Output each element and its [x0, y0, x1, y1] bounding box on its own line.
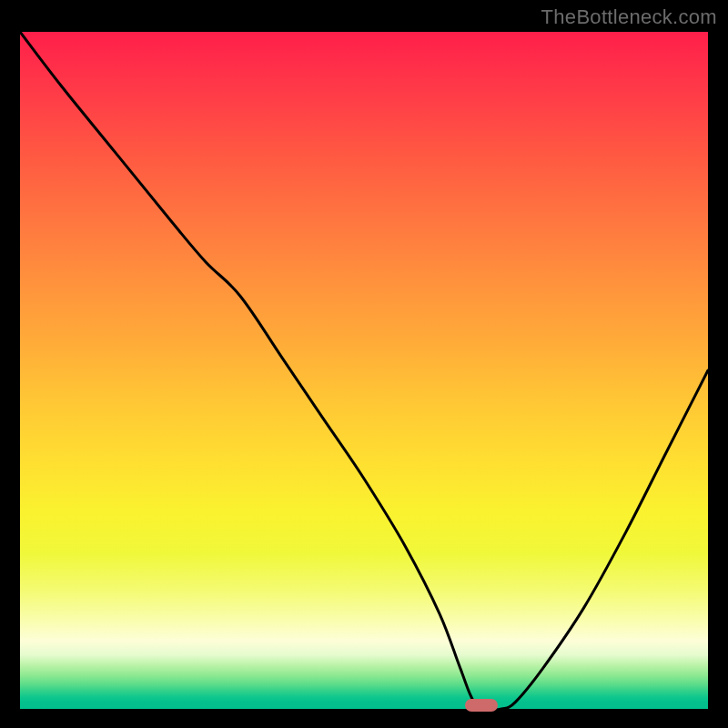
bottleneck-curve	[20, 32, 708, 709]
optimal-marker	[465, 699, 498, 712]
plot-area	[20, 32, 708, 709]
curve-path	[20, 32, 708, 709]
chart-frame: TheBottleneck.com	[0, 0, 728, 728]
watermark-text: TheBottleneck.com	[541, 5, 717, 29]
